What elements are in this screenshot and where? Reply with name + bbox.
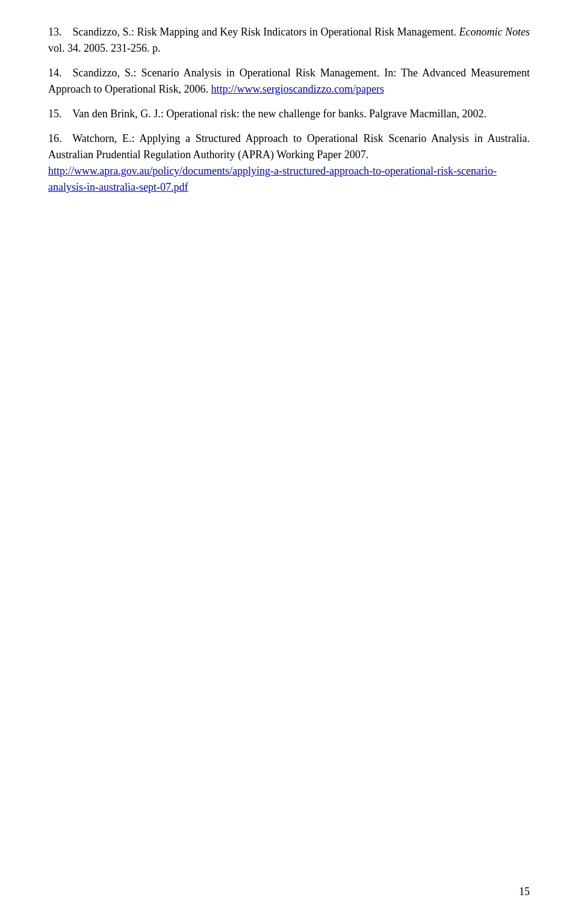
ref-16-link[interactable]: http://www.apra.gov.au/policy/documents/… xyxy=(48,165,497,193)
ref-15-text: 15. Van den Brink, G. J.: Operational ri… xyxy=(48,108,486,120)
ref-13-number: 13. Scandizzo, S.: Risk Mapping and Key … xyxy=(48,26,530,54)
ref-14-text: 14. Scandizzo, S.: Scenario Analysis in … xyxy=(48,67,530,95)
page-container: 13. Scandizzo, S.: Risk Mapping and Key … xyxy=(0,0,578,924)
page-number: 15 xyxy=(519,884,530,900)
ref-16-text: 16. Watchorn, E.: Applying a Structured … xyxy=(48,132,530,161)
references-block: 13. Scandizzo, S.: Risk Mapping and Key … xyxy=(48,24,530,196)
reference-15: 15. Van den Brink, G. J.: Operational ri… xyxy=(48,106,530,122)
reference-13: 13. Scandizzo, S.: Risk Mapping and Key … xyxy=(48,24,530,57)
reference-16: 16. Watchorn, E.: Applying a Structured … xyxy=(48,131,530,196)
reference-14: 14. Scandizzo, S.: Scenario Analysis in … xyxy=(48,65,530,97)
ref-14-link[interactable]: http://www.sergioscandizzo.com/papers xyxy=(211,83,384,95)
